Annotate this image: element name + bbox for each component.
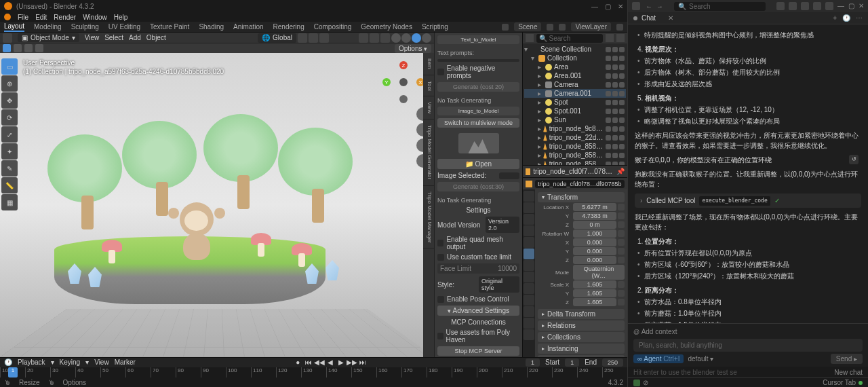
loc-y-field[interactable]: 4.7383 m: [573, 212, 616, 220]
rot-mode-dropdown[interactable]: Quaternion (W…: [573, 265, 625, 280]
poly-haven-checkbox[interactable]: Use assets from Poly Haven: [437, 329, 519, 344]
lock-icon[interactable]: [618, 230, 625, 237]
outliner-node[interactable]: ▸tripo_node_22d85fb5-b7c1-44f: [524, 133, 626, 142]
blender-icon[interactable]: [4, 14, 11, 20]
xray-icon[interactable]: [380, 33, 390, 43]
text-prompt-input[interactable]: [437, 59, 519, 62]
back-icon[interactable]: ←: [646, 3, 652, 10]
output-props-icon[interactable]: [524, 202, 534, 213]
lock-icon[interactable]: [618, 221, 625, 228]
lock-icon[interactable]: [618, 299, 625, 306]
maximize-icon[interactable]: ▢: [848, 2, 854, 10]
menu-select[interactable]: Select: [104, 34, 123, 41]
scene-props-icon[interactable]: [524, 225, 534, 236]
lock-icon[interactable]: [618, 204, 625, 210]
playhead[interactable]: 1: [8, 367, 18, 377]
menu-object[interactable]: Object: [146, 34, 166, 41]
annotate-tool[interactable]: ✎: [1, 160, 18, 177]
scale-y-field[interactable]: 1.605: [573, 289, 616, 297]
outliner-node[interactable]: ▸tripo_node_8583d7ae-b1ce-4e1: [524, 160, 626, 165]
measure-tool[interactable]: 📏: [1, 177, 18, 194]
view-tab[interactable]: View: [423, 96, 434, 119]
scale-tool[interactable]: ⤢: [1, 126, 18, 143]
outliner-node[interactable]: ▸tripo_node_9c86e40c-0ccb-45é: [524, 124, 626, 133]
model-dropdown[interactable]: default ▾: [688, 355, 713, 363]
tool2-icon[interactable]: [14, 44, 22, 52]
tool3-icon[interactable]: [24, 44, 33, 52]
tab-animation[interactable]: Animation: [233, 23, 263, 31]
3d-viewport[interactable]: ▭ ⊕ ✥ ⟳ ⤢ ✦ ✎ 📏 ▦ User Perspective (1) C…: [0, 53, 434, 357]
advanced-settings-toggle[interactable]: ▾ Advanced Settings: [437, 306, 519, 316]
close-icon[interactable]: ✕: [618, 3, 623, 10]
outliner-node[interactable]: ▸Camera: [524, 80, 626, 89]
outliner-editor-icon[interactable]: [526, 34, 534, 42]
render-props-icon[interactable]: [524, 191, 534, 202]
navigation-gizmo[interactable]: Z Y X: [387, 65, 420, 99]
lock-icon[interactable]: [618, 281, 625, 288]
property-section-header[interactable]: ▸Collections: [538, 332, 625, 342]
object-name-input[interactable]: [535, 180, 625, 188]
loc-z-field[interactable]: 0 m: [573, 221, 616, 229]
snap-icon[interactable]: [309, 33, 318, 43]
viewlayer-props-icon[interactable]: [524, 214, 534, 225]
outliner-node[interactable]: ▸tripo_node_8583d7ae-b1ce-4e1: [524, 151, 626, 160]
notif-icon[interactable]: ⊘: [643, 379, 648, 386]
viewlayer-new-icon[interactable]: [616, 24, 623, 31]
send-button[interactable]: Send ▸: [831, 354, 863, 364]
tab-layout[interactable]: Layout: [4, 22, 24, 32]
layout-grid-icon[interactable]: [813, 2, 821, 10]
rot-x-field[interactable]: 0.000: [573, 238, 616, 246]
tool4-icon[interactable]: [35, 44, 43, 52]
rendered-shading-icon[interactable]: [422, 33, 431, 43]
lock-icon[interactable]: [618, 257, 625, 263]
chat-more-icon[interactable]: ⋯: [856, 14, 863, 22]
minimize-icon[interactable]: —: [837, 2, 844, 10]
scene-selector[interactable]: Scene: [514, 22, 541, 31]
lock-icon[interactable]: [618, 213, 625, 219]
world-props-icon[interactable]: [524, 237, 534, 248]
rot-z-field[interactable]: 0.000: [573, 256, 616, 264]
tool-tab[interactable]: Tool: [423, 75, 434, 97]
tab-uvediting[interactable]: UV Editing: [108, 23, 140, 31]
filter-icon[interactable]: [606, 34, 614, 42]
tab-modeling[interactable]: Modeling: [34, 23, 62, 31]
outliner-search[interactable]: 🔍 Search: [536, 34, 603, 43]
lock-icon[interactable]: [618, 248, 625, 255]
outliner-node[interactable]: ▾Collection: [524, 54, 626, 62]
overlay-toggle-icon[interactable]: [370, 33, 379, 43]
chat-body[interactable]: 特别提醒的是倾斜视角构图中心频剂，增强整体的聚焦感 4. 视觉层次： 前方物体（…: [628, 24, 868, 323]
texture-props-icon[interactable]: [524, 329, 534, 340]
playback-menu[interactable]: Playback: [18, 358, 45, 366]
viewlayer-selector[interactable]: ViewLayer: [571, 22, 611, 31]
open-image-button[interactable]: 📁 Open: [437, 159, 519, 169]
cursor-tool[interactable]: ⊕: [1, 75, 18, 92]
tab-texturepaint[interactable]: Texture Paint: [150, 23, 189, 31]
scale-x-field[interactable]: 1.605: [573, 280, 616, 289]
start-frame-field[interactable]: 1: [565, 358, 579, 367]
timeline-view-menu[interactable]: View: [94, 358, 109, 366]
timeline-editor-icon[interactable]: 🕐: [4, 358, 12, 366]
layout-primary-icon[interactable]: [776, 2, 785, 10]
menu-edit[interactable]: Edit: [35, 14, 47, 21]
property-section-header[interactable]: ▸Relations: [538, 320, 625, 331]
marker-menu[interactable]: Marker: [115, 358, 136, 366]
mode-dropdown[interactable]: ▣ Object Mode ▾: [18, 33, 79, 42]
rot-w-field[interactable]: 1.000: [573, 229, 616, 238]
lock-icon[interactable]: [618, 290, 625, 297]
new-coll-icon[interactable]: [616, 34, 625, 42]
chat-input[interactable]: Plan, search, build anything: [633, 339, 863, 352]
editor-type-icon[interactable]: [3, 33, 12, 43]
outliner-node[interactable]: ▸tripo_node_8583d7ae-b1ce-4e1: [524, 142, 626, 151]
options-dropdown[interactable]: Options ▾: [395, 44, 431, 53]
enable-neg-checkbox[interactable]: Enable negative prompts: [437, 64, 519, 79]
layout-bottom-icon[interactable]: [789, 2, 797, 10]
tab-shading[interactable]: Shading: [199, 23, 224, 31]
command-search[interactable]: 🔍Search: [674, 2, 766, 11]
stop-mcp-button[interactable]: Stop MCP Server: [437, 346, 519, 356]
scene-browse-icon[interactable]: [502, 24, 509, 31]
outliner-node[interactable]: ▸Camera.001: [524, 89, 626, 98]
modifier-props-icon[interactable]: [524, 260, 534, 271]
jump-start-icon[interactable]: ⏮: [304, 358, 313, 367]
current-frame-field[interactable]: 1: [526, 358, 540, 367]
object-props-icon[interactable]: [524, 248, 534, 259]
